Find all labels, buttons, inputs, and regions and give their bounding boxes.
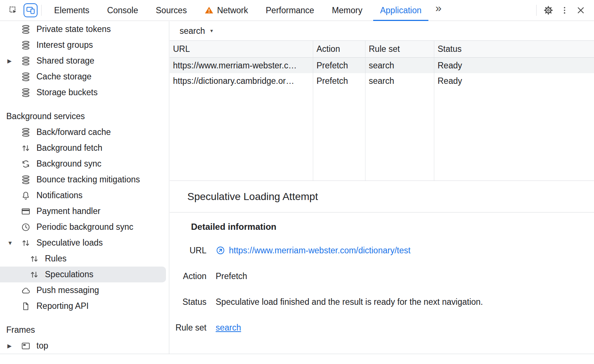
chevron-expanded-icon[interactable]: ▼ [7,240,21,246]
device-toolbar-button[interactable] [24,3,38,17]
column-header-status[interactable]: Status [434,41,594,58]
tab-network[interactable]: Network [196,0,257,21]
bottom-strip [0,354,594,364]
tab-memory[interactable]: Memory [323,0,371,21]
chevron-collapsed-icon[interactable]: ▶ [7,343,21,349]
speculations-panel: search ▼ URL https://www.merriam-webster… [170,21,594,354]
sidebar-item-shared-storage[interactable]: ▶ Shared storage [0,53,169,69]
chevron-collapsed-icon[interactable]: ▶ [7,58,21,64]
up-down-arrows-icon [29,270,39,279]
sidebar-item-label: Private state tokens [36,24,111,34]
open-url-icon[interactable] [216,246,225,255]
settings-button[interactable] [540,2,556,18]
more-tabs-button[interactable]: » [430,0,446,16]
sidebar-item-speculations[interactable]: Speculations [0,267,166,282]
frame-icon [21,341,31,351]
sidebar-item-notifications[interactable]: Notifications [0,188,169,203]
detail-section: Detailed information URL https://www.mer… [170,213,594,354]
sidebar-section-background-services: Background services [0,108,169,124]
close-icon [576,6,586,15]
column-header-url[interactable]: URL [170,41,313,58]
sidebar-item-back-forward-cache[interactable]: Back/forward cache [0,124,169,140]
database-icon [21,72,31,82]
sidebar-item-rules[interactable]: Rules [0,251,169,267]
sidebar-item-periodic-background-sync[interactable]: Periodic background sync [0,219,169,235]
detail-heading: Detailed information [191,222,594,232]
sidebar-item-bounce-tracking-mitigations[interactable]: Bounce tracking mitigations [0,172,169,188]
detail-action-label: Action [170,271,206,281]
cell-action-row1[interactable]: Prefetch [313,73,365,89]
tab-sources[interactable]: Sources [147,0,195,21]
toolbar-divider [536,5,537,16]
up-down-arrows-icon [29,254,39,264]
sidebar-item-cache-storage[interactable]: Cache storage [0,69,169,85]
speculation-url-link[interactable]: https://www.merriam-webster.com/dictiona… [229,245,410,256]
sidebar-item-label: Rules [45,254,67,264]
sidebar-item-label: Speculative loads [36,238,103,248]
close-button[interactable] [573,2,589,18]
sidebar-item-label: Push messaging [36,285,99,295]
sidebar-item-label: Back/forward cache [36,127,111,137]
table-empty-area [313,89,365,181]
sidebar-item-speculative-loads[interactable]: ▼ Speculative loads [0,235,169,251]
detail-status-value: Speculative load finished and the result… [216,297,594,307]
inspect-element-button[interactable] [5,2,21,18]
sync-arrows-icon [21,159,31,169]
cell-action-row0[interactable]: Prefetch [313,58,365,73]
sidebar-item-label: Bounce tracking mitigations [36,175,140,185]
sidebar-item-label: Notifications [36,190,82,200]
sidebar-item-storage-buckets[interactable]: Storage buckets [0,85,169,100]
sidebar-item-interest-groups[interactable]: Interest groups [0,37,169,53]
cell-rule-set-row1[interactable]: search [365,73,434,89]
sidebar-item-reporting-api[interactable]: Reporting API [0,298,169,314]
sidebar-item-label: Shared storage [36,56,94,66]
sidebar-item-top-frame[interactable]: ▶ top [0,338,169,354]
ruleset-filter-value: search [180,26,205,36]
tab-console[interactable]: Console [98,0,147,21]
cell-status-row0[interactable]: Ready [434,58,594,73]
section-header-label: Background services [6,111,85,121]
application-sidebar: Private state tokens Interest groups ▶ S… [0,21,169,354]
rule-set-link[interactable]: search [216,323,241,332]
menu-button[interactable] [556,2,573,18]
tab-label: Network [217,6,248,15]
table-column-action: Action Prefetch Prefetch [313,41,365,181]
sidebar-item-private-state-tokens[interactable]: Private state tokens [0,21,169,37]
sidebar-item-label: Periodic background sync [36,222,133,232]
detail-rule-set-value: search [216,322,594,333]
detail-title-bar: Speculative Loading Attempt [170,181,594,213]
table-empty-area [434,89,594,181]
detail-grid: URL https://www.merriam-webster.com/dict… [170,245,594,333]
payment-card-icon [21,207,31,216]
table-empty-area [365,89,434,181]
speculations-filter-bar: search ▼ [170,21,594,40]
sidebar-item-payment-handler[interactable]: Payment handler [0,203,169,219]
up-down-arrows-icon [21,143,31,153]
devtools-window: Elements Console Sources Network Perform… [0,0,594,364]
database-icon [21,128,31,137]
clock-icon [21,222,31,232]
ruleset-filter-dropdown[interactable]: search ▼ [180,26,214,36]
tab-application[interactable]: Application [371,0,431,21]
database-icon [21,40,31,50]
cell-status-row1[interactable]: Ready [434,73,594,89]
up-down-arrows-icon [21,238,31,248]
cloud-icon [21,286,31,295]
tab-performance[interactable]: Performance [257,0,323,21]
sidebar-item-label: Payment handler [36,206,100,216]
sidebar-item-push-messaging[interactable]: Push messaging [0,282,169,298]
sidebar-item-label: Interest groups [36,40,93,50]
sidebar-item-background-fetch[interactable]: Background fetch [0,140,169,156]
sidebar-item-background-sync[interactable]: Background sync [0,156,169,172]
tab-label: Console [107,6,138,15]
column-header-action[interactable]: Action [313,41,365,58]
cell-rule-set-row0[interactable]: search [365,58,434,73]
three-dot-menu-icon [560,6,569,15]
tab-elements[interactable]: Elements [45,0,98,21]
cell-url-row1[interactable]: https://dictionary.cambridge.or… [170,73,313,89]
table-column-rule-set: Rule set search search [365,41,434,181]
cell-url-row0[interactable]: https://www.merriam-webster.c… [170,58,313,73]
device-toolbar-icon [26,6,35,15]
column-header-rule-set[interactable]: Rule set [365,41,434,58]
sidebar-item-label: top [36,341,48,351]
